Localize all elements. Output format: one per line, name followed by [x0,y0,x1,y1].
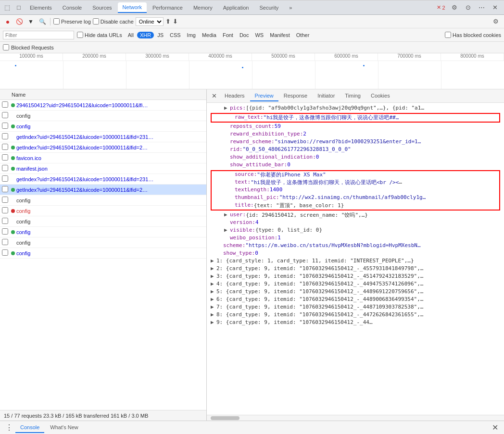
list-item[interactable]: getIndex?uid=2946150412&luicode=10000011… [0,185,206,195]
device-toolbar-icon[interactable]: □ [13,2,24,13]
filter-toggle-btn[interactable]: ▼ [26,17,36,26]
item-checkbox[interactable] [2,249,8,256]
expand-icon[interactable]: ▶ [224,105,230,111]
expand-icon[interactable]: ▶ [211,288,216,295]
tab-initiator[interactable]: Initiator [313,91,340,101]
record-btn[interactable]: ● [3,17,13,26]
item-checkbox[interactable] [2,228,8,235]
request-list[interactable]: 2946150412?uid=2946150412&luicode=100000… [0,100,206,410]
expand-icon[interactable]: ▶ [211,281,216,287]
tab-sources[interactable]: Sources [88,3,116,12]
expand-icon[interactable]: ▶ [224,211,230,218]
item-checkbox[interactable] [2,123,8,129]
item-checkbox[interactable] [2,133,8,139]
horizontal-scrollbar[interactable] [207,415,504,421]
item-checkbox[interactable] [2,101,8,108]
filter-input[interactable] [3,31,74,39]
error-badge[interactable]: ✕ 2 [436,2,446,13]
disable-cache-check[interactable]: Disable cache [93,18,134,25]
filter-all[interactable]: All [125,32,137,38]
filter-ws[interactable]: WS [252,32,266,38]
list-item[interactable]: favicon.ico [0,153,206,163]
has-blocked-cookies-check[interactable]: Has blocked cookies [445,32,501,38]
disable-cache-checkbox[interactable] [93,18,99,25]
preserve-log-check[interactable]: Preserve log [53,18,91,25]
clear-btn[interactable]: 🚫 [14,17,24,26]
download-icon[interactable]: ⬇ [173,18,178,25]
tab-whats-new[interactable]: What's New [45,422,83,433]
scrollbar-thumb[interactable] [211,416,239,420]
item-checkbox[interactable] [2,207,8,213]
item-checkbox[interactable] [2,165,8,171]
list-item[interactable]: config [0,195,206,206]
list-item[interactable]: manifest.json [0,163,206,174]
tab-preview[interactable]: Preview [250,91,278,101]
close-devtools-btn[interactable]: ✕ [490,2,500,13]
expand-icon[interactable]: ▶ [211,304,216,310]
filter-img[interactable]: Img [184,32,199,38]
tab-performance[interactable]: Performance [148,3,188,12]
blocked-requests-checkbox[interactable] [3,44,9,50]
expand-icon[interactable]: ▶ [211,319,216,325]
item-checkbox[interactable] [2,197,8,203]
filter-other[interactable]: Other [293,32,313,38]
tab-elements[interactable]: Elements [25,3,57,12]
tab-memory[interactable]: Memory [189,3,217,12]
preview-content[interactable]: ▶ pics: [{pid: "af9ab00cly1g3afsho3awj20… [207,103,504,415]
list-item[interactable]: config [0,206,206,216]
tab-headers[interactable]: Headers [220,91,250,101]
search-btn[interactable]: 🔍 [38,17,47,26]
hide-data-urls-checkbox[interactable] [77,32,83,38]
filter-manifest[interactable]: Manifest [267,32,293,38]
network-settings-btn[interactable]: ⚙ [491,16,501,27]
throttle-select[interactable]: Online [136,17,164,26]
upload-icon[interactable]: ⬆ [165,18,171,25]
expand-icon[interactable]: ▶ [211,311,216,318]
list-item[interactable]: getIndex?uid=2946150412&luicode=10000011… [0,132,206,142]
item-checkbox[interactable] [2,175,8,182]
expand-icon[interactable]: ▶ [211,296,216,302]
filter-font[interactable]: Font [220,32,236,38]
item-checkbox[interactable] [2,144,8,150]
tab-security[interactable]: Security [254,3,283,12]
more-tabs-btn[interactable]: » [284,3,297,12]
item-checkbox[interactable] [2,239,8,245]
expand-icon[interactable]: ▶ [211,258,216,264]
expand-icon[interactable]: ▶ [224,227,230,233]
tab-console-bottom[interactable]: Console [15,422,44,433]
list-item[interactable]: config [0,227,206,237]
filter-css[interactable]: CSS [167,32,184,38]
filter-js[interactable]: JS [154,32,166,38]
filter-doc[interactable]: Doc [237,32,252,38]
list-item[interactable]: config [0,237,206,248]
select-tool-icon[interactable]: ⬚ [2,2,13,13]
item-checkbox[interactable] [2,154,8,161]
list-item[interactable]: config [0,111,206,121]
list-item[interactable]: getIndex?uid=2946150412&luicode=10000011… [0,142,206,153]
expand-icon[interactable]: ▶ [211,273,216,279]
tab-response[interactable]: Response [279,91,313,101]
preserve-log-checkbox[interactable] [53,18,60,25]
filter-media[interactable]: Media [199,32,219,38]
item-checkbox[interactable] [2,218,8,224]
settings-btn[interactable]: ⚙ [449,2,460,13]
list-item[interactable]: config [0,248,206,259]
list-item[interactable]: 2946150412?uid=2946150412&luicode=100000… [0,100,206,111]
close-detail-btn[interactable]: ✕ [209,91,219,101]
tab-console[interactable]: Console [58,3,87,12]
list-item[interactable]: config [0,121,206,132]
tab-network[interactable]: Network [118,2,147,13]
list-item[interactable]: config [0,216,206,227]
list-item[interactable]: getIndex?uid=2946150412&luicode=10000011… [0,174,206,185]
has-blocked-cookies-checkbox[interactable] [445,32,451,38]
bottom-dots-icon[interactable]: ⋮ [4,422,14,433]
tab-timing[interactable]: Timing [340,91,365,101]
profile-btn[interactable]: ⊙ [463,2,473,13]
expand-icon[interactable]: ▶ [211,265,216,272]
tab-application[interactable]: Application [218,3,254,12]
item-checkbox[interactable] [2,112,8,118]
hide-data-urls-check[interactable]: Hide data URLs [77,32,122,38]
filter-xhr[interactable]: XHR [137,32,154,38]
item-checkbox[interactable] [2,186,8,192]
more-btn[interactable]: ⋯ [476,2,487,13]
